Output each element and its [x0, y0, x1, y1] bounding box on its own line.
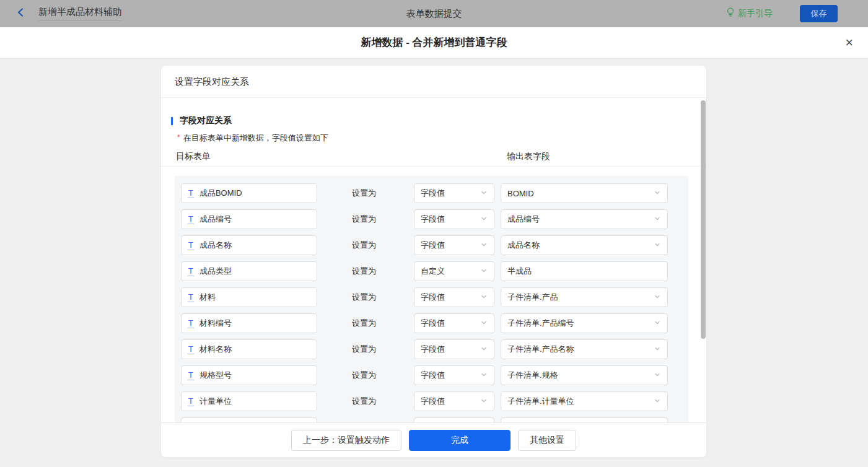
- output-field-dropdown[interactable]: 子件清单.计量单位: [501, 391, 668, 411]
- set-as-label: 设置为: [352, 344, 377, 355]
- text-field-icon: T: [188, 215, 194, 224]
- target-field-box[interactable]: T 材料编号: [181, 313, 317, 333]
- output-chevron-down-icon: [654, 189, 661, 198]
- mapping-row: T 成品名称 设置为 字段值 成品名称: [181, 235, 688, 255]
- column-header-target-form: 目标表单: [176, 151, 211, 162]
- column-header-output-fields: 输出表字段: [507, 151, 550, 162]
- value-type-dropdown[interactable]: 字段值: [414, 365, 494, 385]
- target-field-box[interactable]: T 材料名称: [181, 339, 317, 359]
- target-field-label: 材料编号: [199, 318, 232, 329]
- value-type-label: 字段值: [421, 370, 445, 381]
- finish-button[interactable]: 完成: [409, 430, 511, 451]
- text-field-icon: T: [188, 241, 194, 250]
- text-field-icon: T: [188, 189, 194, 198]
- text-field-icon: T: [188, 345, 194, 354]
- close-icon[interactable]: ×: [845, 36, 853, 50]
- output-field-dropdown[interactable]: 成品名称: [501, 235, 668, 255]
- target-field-box[interactable]: T 成品类型: [181, 261, 317, 281]
- output-field-label: 成品编号: [507, 214, 540, 225]
- value-type-dropdown[interactable]: 自定义: [414, 261, 494, 281]
- set-as-label: 设置为: [352, 318, 377, 329]
- output-field-label: 子件清单.计量单位: [507, 396, 574, 407]
- beginner-guide-link[interactable]: 新手引导: [726, 7, 773, 20]
- value-type-dropdown[interactable]: 字段值: [414, 183, 494, 203]
- value-type-chevron-down-icon: [480, 215, 488, 224]
- output-chevron-down-icon: [654, 319, 661, 328]
- set-as-label: 设置为: [352, 188, 377, 199]
- output-field-label: 成品名称: [507, 240, 540, 251]
- target-field-label: 计量单位: [199, 396, 232, 407]
- set-as-label: 设置为: [352, 292, 377, 303]
- other-settings-button[interactable]: 其他设置: [518, 430, 576, 451]
- output-chevron-down-icon: [654, 371, 661, 380]
- target-field-label: 材料: [199, 292, 216, 303]
- target-field-label: 材料名称: [199, 344, 232, 355]
- required-asterisk: *: [177, 133, 180, 142]
- value-type-chevron-down-icon: [480, 397, 488, 406]
- set-as-label: 设置为: [352, 266, 377, 277]
- set-as-label: 设置为: [352, 396, 377, 407]
- modal-header: 新增数据 - 合并新增到普通字段 ×: [0, 27, 868, 58]
- target-field-box[interactable]: T 成品编号: [181, 209, 317, 229]
- mapping-row: T 规格型号 设置为 字段值 子件清单.规格: [181, 365, 688, 385]
- target-field-box[interactable]: T 成品BOMID: [181, 183, 317, 203]
- output-field-dropdown[interactable]: 子件清单.规格: [501, 365, 668, 385]
- mapping-row: T 材料 设置为 字段值 子件清单.产品: [181, 287, 688, 307]
- vertical-scrollbar[interactable]: [701, 100, 706, 339]
- output-field-dropdown[interactable]: 半成品: [501, 261, 668, 281]
- card-header-title: 设置字段对应关系: [161, 66, 706, 98]
- target-field-box[interactable]: T 规格型号: [181, 365, 317, 385]
- output-field-dropdown[interactable]: 成品编号: [501, 209, 668, 229]
- output-field-label: 半成品: [507, 266, 532, 277]
- value-type-label: 字段值: [421, 188, 445, 199]
- previous-step-button[interactable]: 上一步：设置触发动作: [291, 430, 401, 451]
- topbar: 新增半成品材料辅助 表单数据提交 新手引导 保存: [0, 0, 868, 27]
- target-field-label: 成品类型: [199, 266, 232, 277]
- mapping-row: T 成品BOMID 设置为 字段值 BOMID: [181, 183, 688, 203]
- value-type-label: 自定义: [421, 266, 445, 277]
- field-mapping-card: 设置字段对应关系 字段对应关系 *在目标表单中新增数据，字段值设置如下 目标表单…: [161, 66, 706, 457]
- card-footer: 上一步：设置触发动作 完成 其他设置: [161, 422, 706, 457]
- output-chevron-down-icon: [654, 293, 661, 302]
- section-description-text: 在目标表单中新增数据，字段值设置如下: [183, 133, 328, 142]
- output-chevron-down-icon: [654, 345, 661, 354]
- value-type-dropdown[interactable]: 字段值: [414, 339, 494, 359]
- output-field-dropdown[interactable]: 子件清单.产品名称: [501, 339, 668, 359]
- text-field-icon: T: [188, 267, 194, 276]
- output-chevron-down-icon: [654, 241, 661, 250]
- mapping-row: T 计量单位 设置为 字段值 子件清单.计量单位: [181, 391, 688, 411]
- value-type-dropdown[interactable]: 字段值: [414, 235, 494, 255]
- section-accent-bar: [171, 117, 173, 125]
- save-button[interactable]: 保存: [800, 5, 838, 22]
- value-type-chevron-down-icon: [480, 293, 488, 302]
- target-field-box[interactable]: T 计量单位: [181, 391, 317, 411]
- value-type-chevron-down-icon: [480, 345, 488, 354]
- value-type-dropdown[interactable]: 字段值: [414, 287, 494, 307]
- value-type-dropdown[interactable]: 字段值: [414, 391, 494, 411]
- target-field-label: 成品BOMID: [199, 188, 242, 199]
- output-field-label: 子件清单.产品: [507, 292, 558, 303]
- value-type-dropdown[interactable]: 字段值: [414, 313, 494, 333]
- target-field-box[interactable]: T 成品名称: [181, 235, 317, 255]
- output-field-label: 子件清单.产品编号: [507, 318, 574, 329]
- value-type-chevron-down-icon: [480, 189, 488, 198]
- output-field-dropdown[interactable]: 子件清单.产品: [501, 287, 668, 307]
- set-as-label: 设置为: [352, 214, 377, 225]
- mapping-row: T 材料名称 设置为 字段值 子件清单.产品名称: [181, 339, 688, 359]
- section-title: 字段对应关系: [180, 115, 232, 126]
- value-type-chevron-down-icon: [480, 267, 488, 276]
- value-type-dropdown[interactable]: 字段值: [414, 209, 494, 229]
- section-description: *在目标表单中新增数据，字段值设置如下: [177, 133, 328, 144]
- value-type-chevron-down-icon: [480, 371, 488, 380]
- output-chevron-down-icon: [654, 215, 661, 224]
- mapping-row: T 材料编号 设置为 字段值 子件清单.产品编号: [181, 313, 688, 333]
- output-field-dropdown[interactable]: 子件清单.产品编号: [501, 313, 668, 333]
- target-field-box[interactable]: T 材料: [181, 287, 317, 307]
- beginner-guide-label: 新手引导: [738, 8, 773, 19]
- value-type-label: 字段值: [421, 240, 445, 251]
- mapping-row: T 成品类型 设置为 自定义 半成品: [181, 261, 688, 281]
- value-type-label: 字段值: [421, 396, 445, 407]
- target-field-label: 成品名称: [199, 240, 232, 251]
- text-field-icon: T: [188, 319, 194, 328]
- output-field-dropdown[interactable]: BOMID: [501, 183, 668, 203]
